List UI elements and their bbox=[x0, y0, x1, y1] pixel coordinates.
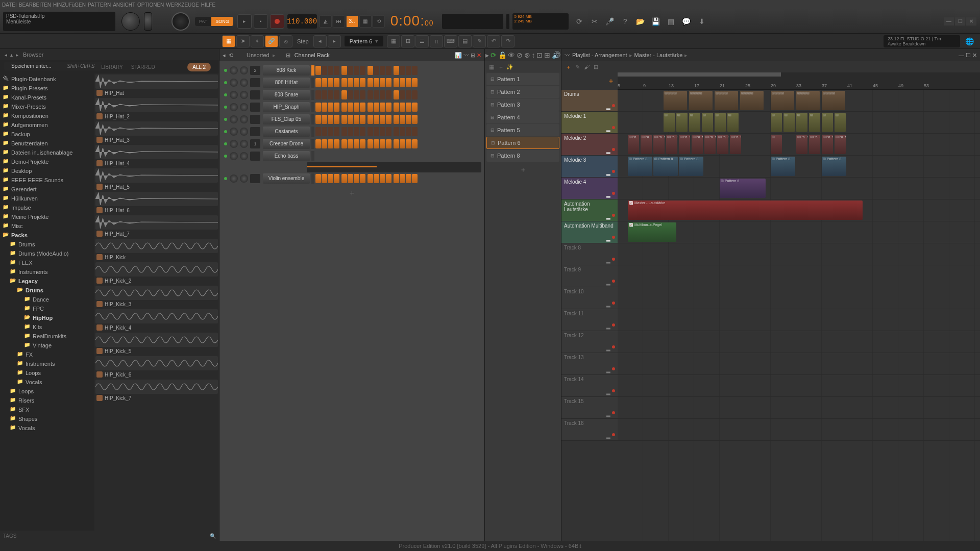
track-rec-dot[interactable] bbox=[612, 367, 615, 370]
picker-d-icon[interactable]: ⊡ bbox=[536, 51, 543, 59]
track-rec-dot[interactable] bbox=[612, 236, 615, 239]
step-button[interactable] bbox=[354, 66, 359, 75]
clip[interactable]: ⊞⊞⊞⊞ bbox=[771, 91, 794, 110]
channel-vol-knob[interactable] bbox=[240, 152, 248, 160]
channel-track-route[interactable] bbox=[250, 78, 260, 87]
picker-c-icon[interactable]: ↕ bbox=[531, 51, 535, 59]
step-button[interactable] bbox=[315, 139, 321, 148]
step-button[interactable] bbox=[412, 78, 418, 87]
step-button[interactable] bbox=[374, 174, 379, 183]
step-button[interactable] bbox=[374, 66, 379, 75]
pattern-selector[interactable]: Pattern 6▾ bbox=[345, 36, 384, 46]
channel-vol-knob[interactable] bbox=[240, 91, 248, 99]
track-lane[interactable] bbox=[618, 375, 980, 397]
browser-fwd-icon[interactable]: ▸ bbox=[16, 52, 18, 58]
clip[interactable]: ⊞⊞⊞⊞ bbox=[715, 91, 738, 110]
clip[interactable]: ⊞Pa..5 bbox=[835, 135, 846, 154]
cr-mini-icon[interactable]: ⊞ bbox=[286, 52, 290, 59]
minimize-button[interactable]: — bbox=[944, 17, 954, 26]
step-button[interactable] bbox=[394, 66, 399, 75]
menu-werkzeuge[interactable]: WERKZEUGE bbox=[166, 2, 199, 8]
step-button[interactable] bbox=[400, 90, 405, 99]
tree-item[interactable]: 📁RealDrumkits bbox=[0, 332, 94, 341]
track-rec-dot[interactable] bbox=[612, 170, 615, 173]
step-button[interactable] bbox=[386, 139, 391, 148]
clip[interactable]: 📈 Master - Lautstärke bbox=[628, 201, 863, 220]
pat-song-switch[interactable]: PAT SONG bbox=[195, 17, 233, 26]
step-button[interactable] bbox=[334, 174, 339, 183]
step-button[interactable] bbox=[412, 115, 418, 124]
step-button[interactable] bbox=[328, 139, 333, 148]
tab-library[interactable]: LIBRARY bbox=[101, 64, 123, 70]
step-button[interactable] bbox=[386, 78, 391, 87]
pattern-item[interactable]: ⊟Pattern 1 bbox=[486, 73, 559, 85]
sample-item[interactable]: HIP_Hat_3 bbox=[95, 121, 218, 144]
step-button[interactable] bbox=[334, 127, 339, 136]
tree-item[interactable]: 📁Drums (ModeAudio) bbox=[0, 249, 94, 258]
channel-pan-knob[interactable] bbox=[230, 79, 238, 87]
track-lane[interactable] bbox=[618, 331, 980, 353]
step-button[interactable] bbox=[334, 90, 339, 99]
clip[interactable]: ⊞ bbox=[809, 113, 820, 132]
step-button[interactable] bbox=[328, 103, 333, 112]
track-header[interactable]: Melodie 4 ▂ bbox=[561, 178, 618, 199]
channel-mute-led[interactable] bbox=[224, 177, 227, 180]
tree-item[interactable]: 📁Plugin-Presets bbox=[0, 84, 94, 93]
step-button[interactable] bbox=[341, 127, 347, 136]
channel-pan-knob[interactable] bbox=[230, 66, 238, 74]
pl-title[interactable]: Playlist - Arrangement bbox=[572, 52, 627, 58]
step-button[interactable] bbox=[394, 174, 399, 183]
step-button[interactable] bbox=[380, 174, 385, 183]
cr-group[interactable]: Unsorted bbox=[247, 52, 270, 58]
step-button[interactable] bbox=[354, 90, 359, 99]
cr-grid-icon[interactable]: ⊞ bbox=[471, 52, 475, 59]
tree-item[interactable]: 📁Instruments bbox=[0, 359, 94, 368]
step-button[interactable] bbox=[360, 174, 365, 183]
pl-btn-4[interactable]: ⎍ bbox=[430, 35, 443, 47]
step-button[interactable] bbox=[348, 78, 353, 87]
step-button[interactable] bbox=[406, 90, 411, 99]
clip[interactable]: ⊞ bbox=[822, 113, 833, 132]
cr-back-icon[interactable]: ◂ bbox=[223, 52, 226, 59]
clip[interactable]: ⊞⊞⊞⊞ bbox=[664, 91, 687, 110]
sample-item[interactable]: HIP_Hat_4 bbox=[95, 145, 218, 167]
step-button[interactable] bbox=[386, 174, 391, 183]
channel-pan-knob[interactable] bbox=[230, 128, 238, 136]
channel-track-route[interactable] bbox=[250, 90, 260, 99]
step-button[interactable] bbox=[386, 115, 391, 124]
track-header[interactable]: Track 11 ▂ bbox=[561, 309, 618, 331]
track-header[interactable]: Track 15 ▂ bbox=[561, 397, 618, 419]
tree-item[interactable]: 📁Loops bbox=[0, 368, 94, 378]
menu-optionen[interactable]: OPTIONEN bbox=[137, 2, 164, 8]
view-magnet-icon[interactable]: ⌖ bbox=[251, 35, 264, 47]
sample-item[interactable]: HIP_Kick_7 bbox=[95, 380, 218, 402]
pl-btn-5[interactable]: ⌨ bbox=[444, 35, 457, 47]
step-button[interactable] bbox=[368, 115, 373, 124]
sample-item[interactable]: HIP_Kick_2 bbox=[95, 262, 218, 285]
track-rec-dot[interactable] bbox=[612, 280, 615, 283]
step-button[interactable] bbox=[406, 78, 411, 87]
track-header[interactable]: Track 12 ▂ bbox=[561, 331, 618, 353]
track-header[interactable]: Track 9 ▂ bbox=[561, 265, 618, 287]
clip[interactable]: ⊞Pa..5 bbox=[730, 135, 741, 154]
plt-brush-icon[interactable]: 🖌 bbox=[582, 64, 591, 70]
step-button[interactable] bbox=[400, 174, 405, 183]
clip[interactable]: ⊞Pa. bbox=[641, 135, 652, 154]
track-rec-dot[interactable] bbox=[612, 411, 615, 414]
channel-select[interactable] bbox=[311, 90, 314, 100]
step-button[interactable] bbox=[360, 103, 365, 112]
time-display[interactable]: 0:00:00 bbox=[390, 13, 434, 30]
pattern-item[interactable]: ⊟Pattern 3 bbox=[486, 98, 559, 111]
clip[interactable]: ⊞Pa..5 bbox=[796, 135, 807, 154]
tree-item[interactable]: 📁Gerendert bbox=[0, 185, 94, 194]
step-button[interactable] bbox=[360, 127, 365, 136]
step-button[interactable] bbox=[315, 115, 321, 124]
track-rec-dot[interactable] bbox=[612, 148, 615, 151]
pattern-item[interactable]: ⊟Pattern 5 bbox=[486, 124, 559, 136]
clip[interactable]: ⊞ bbox=[715, 113, 726, 132]
tree-item[interactable]: 📁Instruments bbox=[0, 267, 94, 277]
step-button[interactable] bbox=[360, 78, 365, 87]
menu-ansicht[interactable]: ANSICHT bbox=[113, 2, 135, 8]
step-button[interactable] bbox=[341, 66, 347, 75]
step-button[interactable] bbox=[400, 103, 405, 112]
